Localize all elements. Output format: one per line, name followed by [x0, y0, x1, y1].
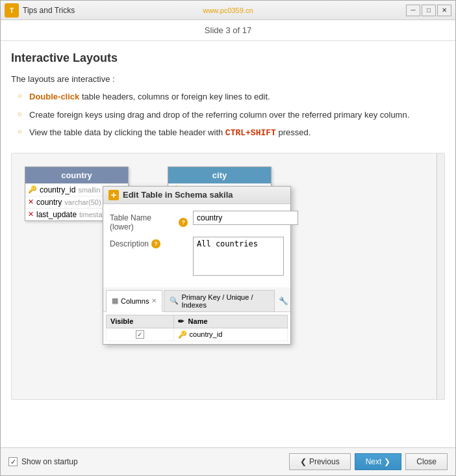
fk-icon: ✕ [28, 198, 34, 206]
window-close-button[interactable]: ✕ [437, 5, 451, 16]
description-label: Description ? [110, 237, 188, 248]
table-name-label: Table Name (lower) ? [110, 211, 188, 231]
minimize-button[interactable]: ─ [406, 5, 420, 16]
watermark: www.pc0359.cn [203, 7, 253, 14]
columns-tab-close[interactable]: ✕ [151, 297, 157, 304]
extra-tab-icon: 🔧 [279, 290, 288, 311]
dialog-content: Table Name (lower) ? Description ? All c… [103, 204, 290, 287]
country-table-header[interactable]: country [25, 167, 128, 183]
col-name-cell: 🔑 country_id [178, 330, 283, 339]
visible-checkbox[interactable]: ✓ [136, 330, 144, 339]
help-icon: ? [179, 218, 188, 227]
city-table-header[interactable]: city [168, 167, 271, 183]
col-name-value: country_id [190, 330, 223, 338]
pencil-icon: ✏ [178, 317, 184, 325]
bullet-item-3: View the table data by clicking the tabl… [18, 126, 445, 140]
scrollbar[interactable] [437, 153, 444, 399]
main-window: T Tips and Tricks www.pc0359.cn ─ □ ✕ Sl… [0, 0, 456, 476]
primary-key-tab-label: Primary Key / Unique / Indexes [181, 293, 269, 309]
tab-primary-key[interactable]: 🔍 Primary Key / Unique / Indexes [164, 290, 275, 311]
col-country-type: varchar(50) [64, 198, 101, 206]
key-icon: 🔑 [28, 185, 37, 194]
dialog-title: Edit Table in Schema sakila [123, 190, 233, 200]
name-cell: 🔑 country_id [173, 328, 287, 341]
bullet1-bold: Double-click [29, 92, 79, 101]
previous-label: Previous [309, 457, 340, 466]
slide-header: Slide 3 of 17 [1, 20, 455, 41]
app-logo: T [5, 3, 19, 18]
diagram-area: country 🔑 country_id smallin ⊣ ✕ country… [11, 153, 445, 400]
bullet-item-1: Double-click table headers, columns or f… [18, 90, 445, 103]
bullet3-suffix: pressed. [278, 127, 310, 137]
visible-checkbox-cell: ✓ [110, 330, 170, 339]
chevron-right-icon: ❯ [384, 457, 390, 466]
intro-text: The layouts are interactive : [11, 74, 445, 84]
chevron-left-icon: ❮ [300, 457, 307, 466]
description-row: Description ? All countries [110, 237, 284, 276]
show-startup-area: ✓ Show on startup [8, 457, 78, 466]
visible-col-header: Visible [107, 315, 174, 328]
description-input[interactable]: All countries [193, 237, 284, 276]
columns-tab-icon: ▦ [112, 297, 118, 305]
footer-buttons: ❮ Previous Next ❯ Close [289, 453, 448, 470]
previous-button[interactable]: ❮ Previous [289, 453, 351, 470]
window-title: Tips and Tricks [23, 6, 75, 15]
table-row: ✓ 🔑 country_id [107, 328, 288, 341]
svg-text:T: T [10, 7, 14, 14]
bullet3-code: CTRL+SHIFT [225, 128, 276, 138]
content-area: Interactive Layouts The layouts are inte… [1, 41, 455, 447]
columns-table: Visible ✏ Name ✓ [106, 315, 288, 341]
next-button[interactable]: Next ❯ [355, 453, 402, 470]
slide-info: Slide 3 of 17 [205, 25, 251, 35]
table-name-row: Table Name (lower) ? [110, 211, 284, 231]
page-title: Interactive Layouts [11, 51, 445, 65]
primary-key-tab-icon: 🔍 [170, 297, 179, 305]
footer: ✓ Show on startup ❮ Previous Next ❯ Clos… [1, 447, 455, 475]
titlebar-left: T Tips and Tricks [5, 3, 75, 18]
dialog-icon [108, 190, 119, 200]
show-startup-label: Show on startup [21, 457, 78, 466]
dialog-titlebar: Edit Table in Schema sakila [103, 187, 290, 204]
col-country-id: country_id [40, 185, 75, 194]
svg-text:🔧: 🔧 [279, 296, 288, 305]
col-country: country [36, 198, 62, 207]
columns-table-area: Visible ✏ Name ✓ [103, 312, 290, 344]
visible-cell: ✓ [107, 328, 174, 341]
col-last-update: last_update [36, 210, 77, 219]
name-col-header: ✏ Name [173, 315, 287, 328]
maximize-button[interactable]: □ [422, 5, 436, 16]
columns-tab-label: Columns [121, 297, 149, 305]
bullet3-prefix: View the table data by clicking the tabl… [29, 127, 225, 137]
help-icon-desc: ? [151, 239, 160, 248]
next-label: Next [366, 457, 382, 466]
fk-icon: ✕ [28, 210, 34, 218]
key-icon-small: 🔑 [178, 330, 187, 339]
bullet2-text: Create foreign keys using drag and drop … [29, 110, 409, 120]
show-startup-checkbox[interactable]: ✓ [8, 457, 18, 466]
close-label: Close [416, 457, 437, 466]
bullet1-rest: table headers, columns or foreign key li… [82, 92, 270, 101]
edit-dialog: Edit Table in Schema sakila Table Name (… [103, 186, 291, 345]
tab-columns[interactable]: ▦ Columns ✕ [106, 290, 162, 312]
dialog-tabs: ▦ Columns ✕ 🔍 Primary Key / Unique / Ind… [103, 287, 290, 312]
col-country-id-type: smallin [78, 186, 100, 194]
bullet-item-2: Create foreign keys using drag and drop … [18, 109, 445, 122]
checkbox-check: ✓ [10, 458, 16, 466]
bullet-list: Double-click table headers, columns or f… [11, 90, 445, 140]
titlebar: T Tips and Tricks www.pc0359.cn ─ □ ✕ [1, 1, 455, 20]
window-controls: ─ □ ✕ [406, 5, 451, 16]
table-name-input[interactable] [193, 211, 298, 225]
close-button[interactable]: Close [405, 453, 448, 470]
